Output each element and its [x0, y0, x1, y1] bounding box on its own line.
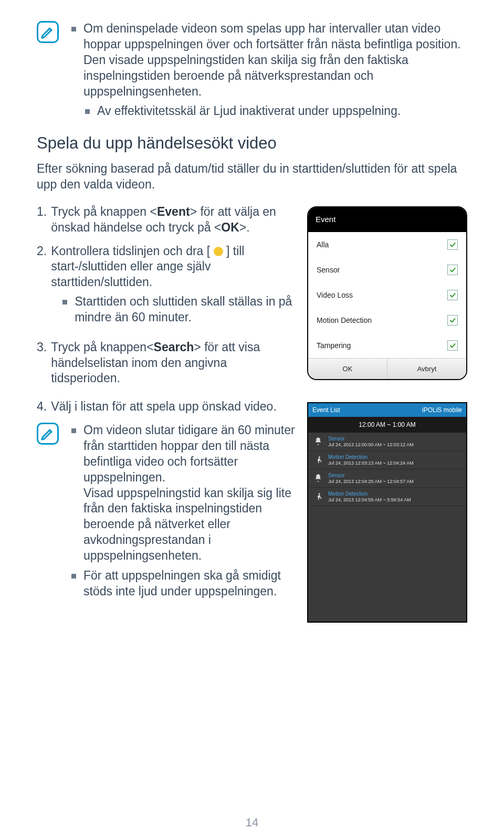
square-bullet-icon: [71, 428, 76, 433]
intro-paragraph: Efter sökning baserad på datum/tid ställ…: [37, 161, 467, 193]
square-bullet-icon: [71, 574, 76, 579]
time-range-label: 12:00 AM ~ 1:00 AM: [308, 417, 466, 433]
event-row-label: Motion Detection: [317, 316, 372, 324]
list-item-time: Jul 24, 2013 12:04:58 AM ~ 5:56:54 AM: [328, 497, 461, 502]
event-list-panel: Event List iPOLiS mobile 12:00 AM ~ 1:00…: [307, 402, 467, 623]
event-row[interactable]: Tampering: [308, 333, 466, 358]
top-note-block: Om deninspelade videon som spelas upp ha…: [37, 21, 467, 119]
bottom-note-text-1: Om videon slutar tidigare än 60 minuter …: [83, 423, 297, 564]
step-4: 4. Välj i listan för att spela upp önska…: [37, 399, 297, 414]
pencil-note-icon: [37, 21, 59, 43]
event-row[interactable]: Video Loss: [308, 282, 466, 308]
checkbox-checked-icon[interactable]: [447, 290, 458, 300]
event-row[interactable]: Sensor: [308, 257, 466, 282]
checkbox-checked-icon[interactable]: [447, 315, 458, 326]
step-2: 2. Kontrollera tidslinjen och dra [ ] ti…: [37, 244, 297, 331]
ok-button[interactable]: OK: [308, 359, 387, 379]
list-item-time: Jul 24, 2013 12:04:25 AM ~ 12:04:57 AM: [328, 479, 461, 484]
list-item-title: Sensor: [328, 436, 461, 442]
event-row[interactable]: Alla: [308, 232, 466, 257]
note-text-2: Av effektivitetsskäl är Ljud inaktiverat…: [97, 103, 401, 119]
svg-point-0: [319, 456, 320, 458]
step-2-sub: Starttiden och sluttiden skall ställas i…: [62, 294, 297, 325]
note-item-1: Om deninspelade videon som spelas upp ha…: [71, 21, 467, 99]
square-bullet-icon: [71, 27, 76, 32]
event-panel-title: Event: [308, 207, 466, 232]
list-item[interactable]: Motion DetectionJul 24, 2013 12:03:13 AM…: [308, 451, 466, 469]
event-row-label: Sensor: [317, 266, 340, 274]
page-number: 14: [0, 816, 504, 830]
step-1: 1. Tryck på knappen <Event> för att välj…: [37, 204, 297, 235]
event-row-label: Alla: [317, 240, 329, 249]
yellow-dot-icon: [214, 247, 223, 256]
square-bullet-icon: [62, 300, 67, 304]
motion-icon: [313, 492, 323, 501]
event-panel: Event AllaSensorVideo LossMotion Detecti…: [307, 206, 467, 380]
steps-column: 1. Tryck på knappen <Event> för att välj…: [37, 204, 297, 394]
cancel-button[interactable]: Avbryt: [387, 359, 466, 379]
event-row-label: Video Loss: [317, 291, 353, 299]
checkbox-checked-icon[interactable]: [447, 265, 458, 275]
note-text-1: Om deninspelade videon som spelas upp ha…: [83, 21, 467, 99]
bottom-note-2: För att uppspelningen ska gå smidigt stö…: [71, 568, 297, 600]
motion-icon: [313, 455, 323, 465]
bell-icon: [313, 474, 323, 483]
bottom-note-1: Om videon slutar tidigare än 60 minuter …: [71, 423, 297, 564]
top-note-body: Om deninspelade videon som spelas upp ha…: [71, 21, 467, 119]
note-item-2: Av effektivitetsskäl är Ljud inaktiverat…: [85, 103, 467, 119]
list-item-title: Motion Detection: [328, 491, 461, 497]
section-heading: Spela du upp händelsesökt video: [37, 134, 467, 153]
event-row[interactable]: Motion Detection: [308, 308, 466, 333]
list-item-title: Sensor: [328, 472, 461, 479]
bottom-note-text-2: För att uppspelningen ska gå smidigt stö…: [83, 568, 297, 600]
list-item[interactable]: Motion DetectionJul 24, 2013 12:04:58 AM…: [308, 488, 466, 506]
event-row-label: Tampering: [317, 341, 351, 350]
pencil-note-icon: [37, 423, 59, 445]
checkbox-checked-icon[interactable]: [447, 340, 458, 351]
list-item-time: Jul 24, 2013 12:03:13 AM ~ 12:04:24 AM: [328, 460, 461, 466]
list-item[interactable]: SensorJul 24, 2013 12:04:25 AM ~ 12:04:5…: [308, 469, 466, 488]
list-item-time: Jul 24, 2013 12:00:00 AM ~ 12:03:12 AM: [328, 442, 461, 447]
step-3: 3. Tryck på knappen<Search> för att visa…: [37, 340, 297, 386]
bottom-note-block: Om videon slutar tidigare än 60 minuter …: [37, 423, 297, 604]
checkbox-checked-icon[interactable]: [447, 239, 458, 250]
list-item-title: Motion Detection: [328, 454, 461, 460]
event-list-title: Event List: [312, 406, 340, 414]
bell-icon: [313, 437, 323, 446]
square-bullet-icon: [85, 109, 90, 114]
list-item[interactable]: SensorJul 24, 2013 12:00:00 AM ~ 12:03:1…: [308, 433, 466, 451]
svg-point-1: [319, 493, 320, 495]
brand-label: iPOLiS mobile: [422, 406, 462, 414]
